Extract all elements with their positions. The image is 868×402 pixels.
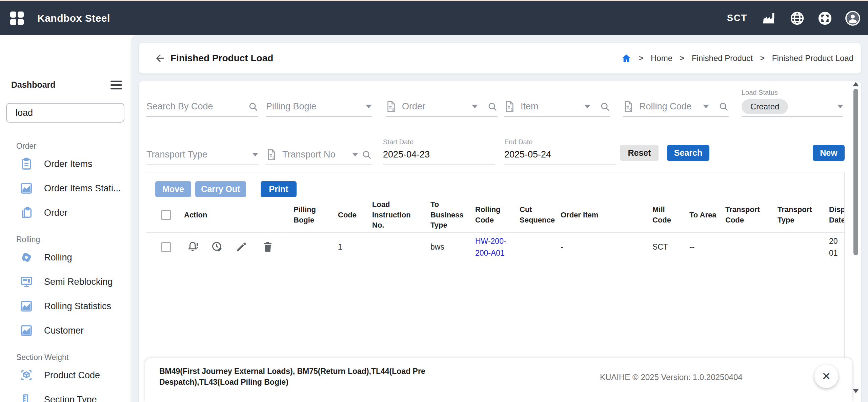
load-status-select[interactable]: Created	[742, 97, 843, 117]
document-icon: c	[266, 149, 277, 161]
sidebar-item-semi-reblocking[interactable]: Semi Reblocking	[0, 270, 130, 294]
carry-out-button[interactable]: Carry Out	[195, 181, 246, 197]
sidebar-item-customer[interactable]: Customer	[0, 318, 130, 343]
document-icon: c	[504, 101, 515, 113]
start-date-field[interactable]: 2025-04-23	[383, 145, 495, 165]
breadcrumb-finished-product[interactable]: Finished Product	[692, 54, 753, 63]
sidebar-search[interactable]	[6, 103, 124, 123]
factory-icon[interactable]	[762, 10, 777, 26]
cell-pilling-bogie	[294, 232, 331, 262]
cell-dispatch-date: 20 01	[829, 232, 843, 262]
select-all-checkbox-cell	[161, 198, 171, 232]
document-icon: c	[386, 101, 397, 113]
order-select[interactable]: c Order	[386, 97, 498, 117]
chevron-down-icon[interactable]	[584, 105, 590, 108]
header-actions: SCT	[727, 1, 861, 35]
scrollbar-up-arrow[interactable]	[853, 82, 859, 86]
breadcrumb-separator: >	[680, 54, 684, 63]
search-button[interactable]: Search	[667, 145, 709, 161]
home-icon[interactable]	[621, 53, 631, 63]
footer-snackbar: BM49(First Journey External Loads), BM75…	[145, 358, 852, 402]
load-status-label: Load Status	[742, 89, 778, 97]
menu-toggle-icon[interactable]	[110, 81, 122, 89]
column-separator	[287, 198, 287, 262]
sidebar-item-order[interactable]: Order	[0, 200, 130, 225]
item-select[interactable]: c Item	[504, 97, 610, 117]
row-checkbox-cell	[161, 232, 171, 262]
fullscreen-icon[interactable]	[817, 10, 833, 26]
transport-type-select[interactable]: Transport Type	[146, 145, 258, 165]
sidebar-title: Dashboard	[11, 80, 56, 90]
account-avatar-icon[interactable]	[845, 10, 861, 26]
select-all-checkbox[interactable]	[161, 210, 171, 220]
svg-text:c: c	[511, 107, 513, 112]
page-title: Finished Product Load	[170, 53, 273, 64]
reset-button[interactable]: Reset	[620, 145, 659, 161]
chevron-down-icon[interactable]	[837, 105, 843, 108]
bell-alert-icon[interactable]	[185, 239, 201, 255]
column-header-load-instruction-no: Load Instruction No.	[372, 198, 423, 232]
chart-line-icon	[20, 182, 33, 195]
new-button[interactable]: New	[813, 145, 845, 161]
breadcrumb-current[interactable]: Finished Product Load	[772, 54, 853, 63]
cell-rolling-code-link[interactable]: HW-200-200-A01	[475, 232, 513, 262]
search-icon[interactable]	[362, 150, 372, 160]
sidebar-menu: Order Order Items Order Items Stati... O…	[0, 131, 130, 402]
chevron-down-icon[interactable]	[366, 105, 372, 108]
search-icon[interactable]	[719, 102, 729, 112]
scrollbar-thumb[interactable]	[853, 89, 858, 255]
sidebar-item-rolling[interactable]: Rolling	[0, 245, 130, 270]
sidebar-item-product-code[interactable]: Product Code	[0, 363, 130, 387]
globe-icon[interactable]	[789, 10, 805, 26]
delete-trash-icon[interactable]	[260, 239, 276, 255]
sidebar-item-order-items[interactable]: Order Items	[0, 152, 130, 176]
clipboard-copy-icon	[20, 206, 33, 219]
search-icon[interactable]	[248, 102, 258, 112]
column-header-code: Code	[338, 198, 365, 232]
ruler-icon	[20, 393, 33, 402]
print-button[interactable]: Print	[261, 181, 297, 197]
move-button[interactable]: Move	[155, 181, 191, 197]
transport-no-select[interactable]: c Transport No	[266, 145, 372, 165]
chevron-down-icon[interactable]	[472, 105, 478, 108]
sidebar-item-label: Order Items Stati...	[44, 183, 121, 194]
sidebar-search-input[interactable]	[16, 108, 136, 118]
edit-pencil-icon[interactable]	[234, 239, 249, 255]
page-title-bar: Finished Product Load > Home > Finished …	[139, 43, 861, 73]
search-icon[interactable]	[487, 102, 498, 112]
search-by-code-input[interactable]	[146, 101, 245, 112]
end-date-field[interactable]: 2025-05-24	[504, 145, 616, 165]
sidebar-item-rolling-statistics[interactable]: Rolling Statistics	[0, 294, 130, 318]
search-icon[interactable]	[600, 102, 610, 112]
chevron-down-icon[interactable]	[252, 153, 258, 156]
pilling-bogie-select[interactable]: Pilling Bogie	[266, 97, 372, 117]
sidebar-item-label: Rolling Statistics	[44, 301, 111, 312]
sidebar-section-rolling: Rolling	[0, 234, 130, 245]
column-header-transport-code: Transport Code	[725, 198, 769, 232]
search-by-code-field[interactable]	[146, 97, 258, 117]
item-placeholder: Item	[521, 101, 581, 112]
sidebar-item-label: Rolling	[44, 252, 72, 263]
load-status-chip[interactable]: Created	[742, 99, 788, 114]
transport-type-placeholder: Transport Type	[146, 149, 249, 160]
svg-text:c: c	[392, 107, 394, 112]
order-placeholder: Order	[402, 101, 468, 112]
window-top-strip	[0, 0, 868, 1]
transport-no-placeholder: Transport No	[282, 149, 349, 160]
chevron-down-icon[interactable]	[703, 105, 709, 108]
row-checkbox[interactable]	[161, 242, 171, 252]
sidebar-item-order-items-statistics[interactable]: Order Items Stati...	[0, 176, 130, 200]
column-header-order-item: Order Item	[561, 198, 642, 232]
chevron-down-icon[interactable]	[352, 153, 358, 156]
breadcrumb-home[interactable]: Home	[651, 54, 672, 63]
cube-scan-icon	[20, 368, 33, 382]
back-arrow-icon[interactable]	[154, 52, 166, 64]
clock-check-icon[interactable]	[209, 239, 225, 255]
scrollbar-down-arrow[interactable]	[853, 389, 859, 393]
svg-text:c: c	[629, 107, 631, 112]
close-button[interactable]: ✕	[814, 364, 838, 388]
column-header-to-business-type: To Business Type	[430, 198, 468, 232]
sidebar-item-section-type[interactable]: Section Type	[0, 387, 130, 402]
clipboard-list-icon	[20, 157, 33, 171]
rolling-code-select[interactable]: c Rolling Code	[623, 97, 729, 117]
